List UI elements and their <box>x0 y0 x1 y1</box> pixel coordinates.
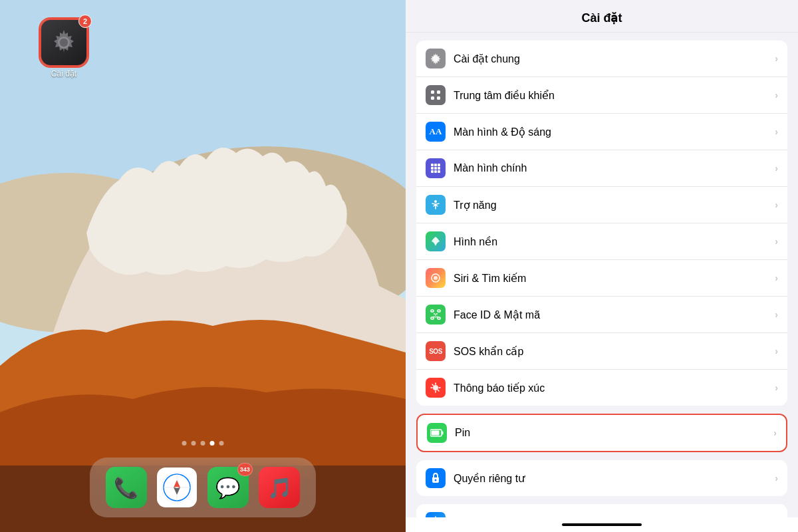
home-screen-icon <box>426 158 446 178</box>
svg-point-35 <box>436 313 438 315</box>
display-icon: AA <box>426 122 446 142</box>
settings-header: Cài đặt <box>406 0 798 33</box>
accessibility-chevron: › <box>775 200 778 210</box>
svg-point-6 <box>60 39 68 47</box>
settings-item-exposure[interactable]: Thông báo tiếp xúc › <box>416 370 787 406</box>
dock-messages-icon[interactable]: 💬 343 <box>207 467 249 508</box>
display-label: Màn hình & Độ sáng <box>454 126 775 138</box>
settings-app-icon[interactable]: 2 Cài đặt <box>40 19 88 78</box>
svg-rect-22 <box>434 167 437 170</box>
svg-rect-20 <box>438 164 440 166</box>
svg-rect-15 <box>437 90 440 94</box>
siri-chevron: › <box>775 273 778 283</box>
svg-point-34 <box>434 313 435 315</box>
settings-item-siri[interactable]: Siri & Tìm kiếm › <box>416 260 787 297</box>
page-dots <box>182 441 224 446</box>
svg-line-42 <box>438 390 440 392</box>
page-dot-1 <box>182 441 187 446</box>
landscape-background <box>0 0 406 532</box>
accessibility-icon <box>426 195 446 215</box>
settings-page-title: Cài đặt <box>581 11 622 25</box>
settings-item-home-screen[interactable]: Màn hình chính › <box>416 150 787 187</box>
page-dot-2 <box>192 441 196 446</box>
control-center-label: Trung tâm điều khiển <box>454 89 775 102</box>
settings-group-1: Cài đặt chung › Trung tâm điều khiển › <box>416 41 787 406</box>
home-bar-indicator <box>562 523 642 526</box>
home-bar <box>406 517 798 532</box>
dock-music-icon[interactable]: 🎵 <box>259 467 300 508</box>
privacy-chevron: › <box>775 473 778 483</box>
svg-rect-14 <box>431 90 434 94</box>
svg-point-36 <box>433 385 438 390</box>
siri-label: Siri & Tìm kiếm <box>454 272 775 285</box>
page-dot-5 <box>219 441 224 446</box>
settings-item-faceid[interactable]: Face ID & Mật mã › <box>416 297 787 333</box>
privacy-icon <box>426 468 446 488</box>
page-dot-4 <box>210 441 215 446</box>
svg-rect-44 <box>442 432 444 435</box>
faceid-chevron: › <box>775 309 778 320</box>
settings-app-label: Cài đặt <box>51 69 76 78</box>
wallpaper-icon <box>426 231 446 251</box>
svg-rect-30 <box>431 310 434 312</box>
battery-label: Pin <box>455 427 773 439</box>
wallpaper-chevron: › <box>775 236 778 247</box>
faceid-icon <box>426 305 446 325</box>
svg-rect-17 <box>437 96 440 100</box>
left-panel: 2 Cài đặt 📞 💬 343 <box>0 0 406 532</box>
settings-item-appstore[interactable]: App Store › <box>416 504 787 517</box>
page-dot-3 <box>201 441 205 446</box>
settings-item-wallpaper[interactable]: Hình nền › <box>416 223 787 260</box>
faceid-label: Face ID & Mật mã <box>454 309 775 321</box>
siri-icon <box>426 268 446 288</box>
general-label: Cài đặt chung <box>454 53 775 65</box>
general-chevron: › <box>775 53 778 64</box>
display-chevron: › <box>775 126 778 137</box>
settings-icon-box[interactable]: 2 <box>40 19 88 66</box>
app-dock: 📞 💬 343 🎵 <box>90 458 316 517</box>
sos-icon: SOS <box>426 341 446 361</box>
svg-rect-26 <box>438 170 440 173</box>
svg-rect-16 <box>431 96 434 100</box>
settings-group-pin: Pin › <box>416 414 787 452</box>
dock-safari-icon[interactable] <box>157 467 197 507</box>
svg-rect-18 <box>431 164 434 166</box>
settings-list: Cài đặt chung › Trung tâm điều khiển › <box>406 33 798 517</box>
dock-phone-icon[interactable]: 📞 <box>106 467 147 508</box>
accessibility-label: Trợ năng <box>454 199 775 211</box>
svg-rect-33 <box>438 317 440 319</box>
settings-item-control-center[interactable]: Trung tâm điều khiển › <box>416 77 787 114</box>
svg-rect-25 <box>434 170 437 173</box>
settings-badge: 2 <box>78 15 92 28</box>
battery-chevron: › <box>773 428 777 438</box>
svg-rect-31 <box>438 310 440 312</box>
svg-point-46 <box>435 479 437 481</box>
right-panel: Cài đặt Cài đặt chung › <box>406 0 798 532</box>
control-center-icon <box>426 85 446 105</box>
svg-rect-19 <box>434 164 437 166</box>
svg-line-41 <box>432 384 434 386</box>
svg-rect-45 <box>432 431 440 436</box>
home-screen-chevron: › <box>775 163 778 174</box>
control-center-chevron: › <box>775 90 778 100</box>
settings-item-display[interactable]: AA Màn hình & Độ sáng › <box>416 114 787 150</box>
general-icon <box>426 49 446 68</box>
settings-item-battery[interactable]: Pin › <box>418 415 786 451</box>
settings-item-general[interactable]: Cài đặt chung › <box>416 41 787 77</box>
settings-group-apps: App Store › Ví › <box>416 504 787 517</box>
svg-rect-24 <box>431 170 434 173</box>
svg-rect-23 <box>438 167 440 170</box>
battery-icon <box>427 423 447 443</box>
privacy-label: Quyền riêng tư <box>454 472 775 485</box>
home-screen-label: Màn hình chính <box>454 162 775 174</box>
settings-group-privacy: Quyền riêng tư › <box>416 460 787 496</box>
settings-item-privacy[interactable]: Quyền riêng tư › <box>416 460 787 496</box>
settings-item-sos[interactable]: SOS SOS khẩn cấp › <box>416 333 787 370</box>
appstore-icon <box>426 512 446 517</box>
messages-badge: 343 <box>237 463 253 476</box>
sos-label: SOS khẩn cấp <box>454 345 775 358</box>
svg-rect-32 <box>431 317 434 319</box>
svg-point-29 <box>434 276 438 280</box>
svg-rect-21 <box>431 167 434 170</box>
settings-item-accessibility[interactable]: Trợ năng › <box>416 187 787 223</box>
